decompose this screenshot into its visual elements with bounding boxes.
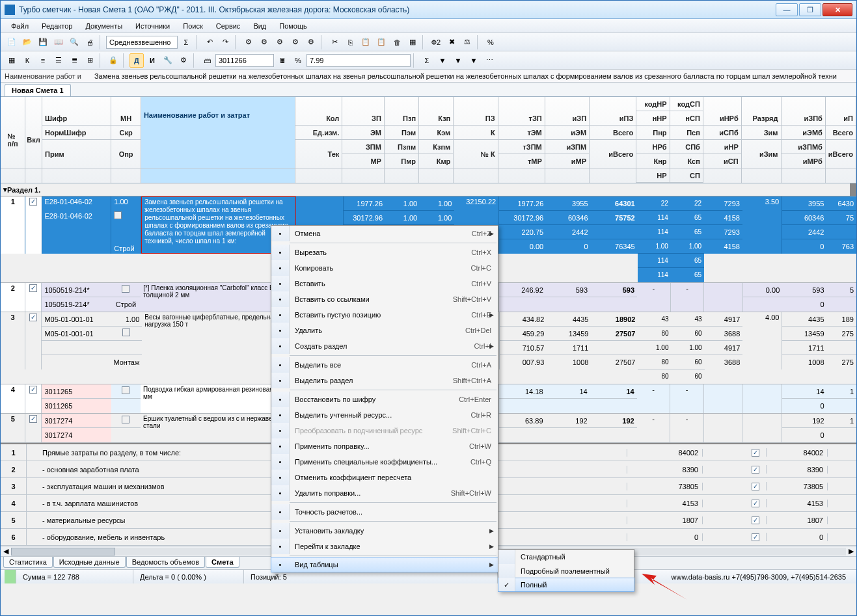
row-checkbox[interactable] — [29, 415, 37, 423]
rows-icon[interactable]: ≡ — [36, 53, 50, 68]
filter-icon[interactable]: ▼ — [435, 53, 450, 68]
toolbar-main: 📄 📂 💾 📖 🔍 🖨 Средневзвешенно Σ ↶ ↷ ⚙ ⚙ ⚙ … — [1, 33, 856, 51]
context-item[interactable]: •ОтменаCtrl+Z▶ — [271, 226, 498, 241]
submenu-item[interactable]: ✓Полный — [498, 578, 634, 592]
status-icon — [5, 570, 16, 583]
print-icon[interactable]: 🖨 — [83, 35, 97, 49]
index-mode-select[interactable]: Средневзвешенно — [106, 36, 178, 49]
menu-sources[interactable]: Источники — [130, 21, 175, 31]
tool-e-icon[interactable]: ⚙ — [304, 35, 318, 49]
book-icon[interactable]: 📖 — [51, 35, 66, 49]
menu-editor[interactable]: Редактор — [36, 21, 77, 31]
redo-icon[interactable]: ↷ — [218, 35, 232, 49]
submenu-item[interactable]: Стандартный — [498, 550, 634, 564]
percent-icon[interactable]: % — [483, 35, 498, 49]
context-item[interactable]: •УдалитьCtrl+Del — [271, 323, 498, 338]
price-input[interactable]: 7.99 — [306, 54, 411, 67]
paste-link-icon[interactable]: 📋 — [374, 35, 388, 49]
lock-icon[interactable]: 🔒 — [106, 53, 120, 68]
d-button[interactable]: Д — [129, 53, 144, 68]
wrench-icon[interactable]: 🔧 — [161, 53, 175, 68]
sum-icon[interactable]: Σ — [420, 53, 434, 68]
context-item[interactable]: •Вставить со ссылкамиShift+Ctrl+V — [271, 291, 498, 307]
balance-icon[interactable]: ⚖ — [460, 35, 474, 49]
context-item[interactable]: •Вид таблицы▶ — [271, 557, 498, 572]
context-item[interactable]: •Выделить разделShift+Ctrl+A — [271, 373, 498, 388]
filter3-icon[interactable]: ▼ — [467, 53, 481, 68]
tool-a-icon[interactable]: ⚙ — [241, 35, 256, 49]
grid-icon[interactable]: ▦ — [405, 35, 420, 49]
tab-estimate[interactable]: Смета — [206, 557, 239, 568]
description-text: Замена звеньев рельсошпальной решетки на… — [94, 72, 852, 80]
tool-b-icon[interactable]: ⚙ — [257, 35, 271, 49]
cols-icon[interactable]: ☰ — [51, 53, 66, 68]
row-checkbox[interactable] — [29, 198, 37, 206]
section-header[interactable]: ▾ Раздел 1. — [1, 183, 856, 196]
copy-icon[interactable]: ⎘ — [343, 35, 357, 49]
db-icon[interactable]: 🗃 — [200, 53, 214, 68]
context-item[interactable]: •Применить специальные коэффициенты...Ct… — [271, 454, 498, 470]
k-icon[interactable]: К — [20, 53, 34, 68]
menu-file[interactable]: Файл — [6, 21, 34, 31]
open-icon[interactable]: 📂 — [20, 35, 34, 49]
tab-volumes[interactable]: Ведомость объемов — [126, 557, 205, 568]
menu-search[interactable]: Поиск — [178, 21, 208, 31]
status-delta: Дельта = 0 ( 0.00% ) — [133, 570, 244, 583]
row-checkbox[interactable] — [29, 284, 37, 292]
context-item[interactable]: •Перейти к закладке▶ — [271, 539, 498, 554]
context-item[interactable]: •ВставитьCtrl+V — [271, 276, 498, 291]
more-icon[interactable]: ⋯ — [482, 53, 497, 68]
context-item[interactable]: •Применить поправку...Ctrl+W — [271, 438, 498, 454]
tab-source-data[interactable]: Исходные данные — [53, 557, 126, 568]
tab-doc[interactable]: Новая Смета 1 — [5, 84, 71, 96]
status-link[interactable]: www.data-basis.ru +7(495)796-3009, +7(49… — [665, 570, 852, 583]
minimize-button[interactable]: — — [776, 3, 798, 16]
tab-statistics[interactable]: Статистика — [3, 557, 53, 568]
save-icon[interactable]: 💾 — [36, 35, 50, 49]
delete-icon[interactable]: 🗑 — [390, 35, 404, 49]
cancel-coef-icon[interactable]: ✖ — [444, 35, 459, 49]
row-checkbox[interactable] — [29, 386, 37, 394]
tree-icon[interactable]: ⊞ — [83, 53, 97, 68]
toolbar-secondary: ▦ К ≡ ☰ ≣ ⊞ 🔒 Д И 🔧 ⚙ 🗃 3011266 🖩 % 7.99… — [1, 51, 856, 70]
context-item[interactable]: •Выделить учтенный ресурс...Ctrl+R — [271, 407, 498, 423]
menu-help[interactable]: Помощь — [274, 21, 312, 31]
context-item[interactable]: •Преобразовать в подчиненный ресурсShift… — [271, 423, 498, 438]
cut-icon[interactable]: ✂ — [327, 35, 342, 49]
gear2-icon[interactable]: ⚙ — [176, 53, 191, 68]
context-item[interactable]: •Создать разделCtrl+I▶ — [271, 338, 498, 354]
context-menu: •ОтменаCtrl+Z▶•ВырезатьCtrl+X•Копировать… — [271, 225, 498, 572]
submenu-item[interactable]: Подробный поэлементный — [498, 564, 634, 578]
pct2-icon[interactable]: % — [291, 53, 305, 68]
tool-d-icon[interactable]: ⚙ — [288, 35, 303, 49]
context-item[interactable]: •Вставить пустую позициюCtrl+E▶ — [271, 307, 498, 323]
calc-icon[interactable]: 🖩 — [275, 53, 290, 68]
description-bar: Наименование работ и Замена звеньев рель… — [1, 70, 856, 83]
context-item[interactable]: •Отменить коэффициент пересчета — [271, 470, 498, 485]
phi-icon[interactable]: Ф2 — [429, 35, 443, 49]
row-checkbox[interactable] — [29, 314, 37, 321]
menu-view[interactable]: Вид — [248, 21, 271, 31]
tool-c-icon[interactable]: ⚙ — [273, 35, 287, 49]
preview-icon[interactable]: 🔍 — [67, 35, 81, 49]
context-item[interactable]: •Точность расчетов... — [271, 504, 498, 520]
code-input[interactable]: 3011266 — [215, 54, 274, 67]
context-item[interactable]: •Установить закладку▶ — [271, 523, 498, 539]
filter2-icon[interactable]: ▼ — [451, 53, 465, 68]
sigma-icon[interactable]: Σ — [179, 35, 193, 49]
context-item[interactable]: •КопироватьCtrl+C — [271, 260, 498, 276]
context-item[interactable]: •Восстановить по шифруCtrl+Enter — [271, 392, 498, 407]
context-item[interactable]: •Выделить всеCtrl+A — [271, 357, 498, 373]
maximize-button[interactable]: ❐ — [799, 3, 821, 16]
new-icon[interactable]: 📄 — [5, 35, 19, 49]
table-icon[interactable]: ▦ — [5, 53, 19, 68]
list-icon[interactable]: ≣ — [67, 53, 81, 68]
menu-service[interactable]: Сервис — [211, 21, 246, 31]
paste-icon[interactable]: 📋 — [359, 35, 373, 49]
close-button[interactable]: ✕ — [823, 3, 852, 16]
context-item[interactable]: •Удалить поправки...Shift+Ctrl+W — [271, 485, 498, 501]
i-button[interactable]: И — [145, 53, 159, 68]
undo-icon[interactable]: ↶ — [202, 35, 217, 49]
context-item[interactable]: •ВырезатьCtrl+X — [271, 245, 498, 260]
menu-documents[interactable]: Документы — [80, 21, 128, 31]
